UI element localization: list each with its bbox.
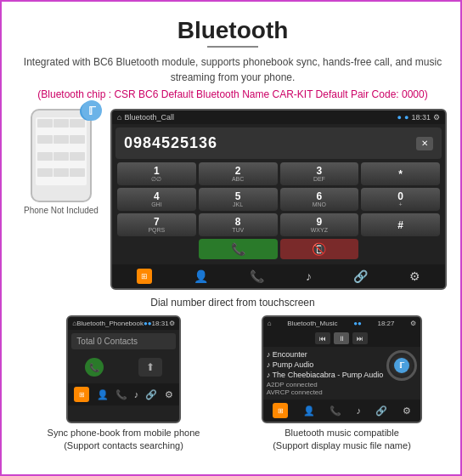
settings-nav-icon[interactable]: ⚙ — [409, 269, 420, 283]
signal-dot2: ● — [404, 113, 408, 122]
page-title: Bluetooth — [177, 17, 289, 44]
key-1[interactable]: 1∅∅ — [117, 162, 196, 185]
dial-header-right: ● ● 18:31 ⚙ — [397, 113, 440, 122]
phonebook-header: ⌂ Bluetooth_Phonebook ●● 18:31 ⚙ — [68, 317, 178, 330]
recent-calls-icon[interactable]: 📞 — [250, 269, 264, 283]
key-hash[interactable]: # — [361, 213, 440, 236]
key-9[interactable]: 9WXYZ — [280, 213, 359, 236]
pb-settings-icon[interactable]: ⚙ — [165, 389, 173, 400]
music-controls: ⏮ ⏸ ⏭ — [263, 330, 420, 347]
music-header: ⌂ Bluetooth_Music ●● 18:27 ⚙ — [263, 317, 420, 330]
music-settings: ⚙ — [410, 320, 416, 327]
music-screen: ⌂ Bluetooth_Music ●● 18:27 ⚙ ⏮ ⏸ ⏭ ♪ Enc… — [262, 315, 422, 423]
home-icon: ⌂ — [117, 113, 121, 122]
phonebook-screen: ⌂ Bluetooth_Phonebook ●● 18:31 ⚙ Total 0… — [66, 315, 180, 423]
title-divider — [207, 46, 258, 48]
main-section: ⬡ ℾ Phone Not Included ⌂ Bluetooth_Call … — [19, 109, 447, 290]
prev-button[interactable]: ⏮ — [315, 332, 330, 344]
phone-key — [70, 152, 85, 161]
play-button[interactable]: ⏸ — [334, 332, 349, 344]
music-nav: ⊞ 👤 📞 ♪ 🔗 ⚙ — [263, 400, 420, 422]
key-6[interactable]: 6MNO — [280, 188, 359, 211]
phone-key — [37, 152, 53, 161]
phonebook-nav: ⊞ 👤 📞 ♪ 🔗 ⚙ — [68, 383, 178, 405]
apps-icon[interactable]: ⊞ — [137, 269, 152, 284]
contacts-nav-icon[interactable]: 👤 — [194, 269, 208, 283]
phonebook-content: Total 0 Contacts 📞 ⬆ — [68, 330, 178, 383]
phone-image — [31, 109, 92, 202]
music-settings-icon[interactable]: ⚙ — [403, 405, 411, 416]
link-icon[interactable]: 🔗 — [353, 269, 368, 283]
dial-number-row: 0984525136 ✕ — [116, 128, 442, 159]
pb-contacts-icon[interactable]: 👤 — [97, 389, 109, 400]
dial-header-left: ⌂ Bluetooth_Call — [117, 113, 174, 122]
pb-music-icon[interactable]: ♪ — [134, 389, 139, 400]
pb-dot: ●● — [144, 320, 152, 327]
music-calls-icon[interactable]: 📞 — [330, 405, 341, 416]
music-status-1: A2DP connected — [267, 381, 383, 388]
key-5[interactable]: 5JKL — [199, 188, 278, 211]
chip-info-text: (Bluetooth chip : CSR BC6 Default Blueto… — [37, 88, 427, 100]
settings-icon: ⚙ — [433, 113, 440, 122]
dial-time: 18:31 — [411, 113, 431, 122]
phone-key — [70, 135, 85, 144]
key-3[interactable]: 3DEF — [280, 162, 359, 185]
dial-header: ⌂ Bluetooth_Call ● ● 18:31 ⚙ — [112, 110, 445, 124]
music-time: 18:27 — [377, 320, 394, 327]
music-info: ♪ Encounter ♪ Pump Audio ♪ The Cheebiaca… — [267, 350, 383, 396]
music-status-2: AVRCP connected — [267, 388, 383, 396]
phonebook-title: Bluetooth_Phonebook — [76, 320, 144, 327]
dial-screen: ⌂ Bluetooth_Call ● ● 18:31 ⚙ 0984525136 … — [110, 109, 447, 290]
phone-key — [54, 152, 69, 161]
track-3: ♪ The Cheebiacabra - Pump Audio — [267, 371, 383, 379]
music-link-icon[interactable]: 🔗 — [375, 405, 387, 416]
pb-time: 18:31 — [152, 320, 169, 327]
bt-signal-icon: ℾ — [82, 100, 102, 121]
phone-label: Phone Not Included — [24, 206, 99, 215]
phone-key — [37, 135, 53, 144]
phone-key — [37, 168, 53, 177]
phone-screen — [36, 117, 87, 185]
music-note-icon[interactable]: ♪ — [356, 405, 361, 416]
phone-key — [54, 135, 69, 144]
phonebook-call-button[interactable]: 📞 — [85, 358, 104, 377]
music-nav-icon[interactable]: ♪ — [306, 269, 312, 283]
signal-dot: ● — [397, 113, 402, 122]
subtitle-text: Integrated with BC6 Bluetooth module, su… — [19, 54, 447, 85]
dial-header-title: Bluetooth_Call — [124, 113, 174, 122]
phone-key — [54, 168, 69, 177]
backspace-button[interactable]: ✕ — [416, 137, 433, 150]
key-0plus[interactable]: 0+ — [361, 188, 440, 211]
phonebook-sync-button[interactable]: ⬆ — [138, 358, 162, 377]
key-star[interactable]: * — [361, 162, 440, 185]
pb-settings: ⚙ — [169, 320, 175, 327]
dial-nav: ⊞ 👤 📞 ♪ 🔗 ⚙ — [112, 264, 445, 288]
key-4[interactable]: 4GHI — [117, 188, 196, 211]
bt-disc-icon: ℾ — [394, 358, 409, 373]
music-col: ⌂ Bluetooth_Music ●● 18:27 ⚙ ⏮ ⏸ ⏭ ♪ Enc… — [237, 315, 447, 453]
end-call-button[interactable]: 📵 — [280, 239, 359, 259]
pb-link-icon[interactable]: 🔗 — [145, 389, 157, 400]
music-contacts-icon[interactable]: 👤 — [303, 405, 315, 416]
phone-key — [70, 168, 85, 177]
music-apps-icon[interactable]: ⊞ — [273, 403, 288, 418]
track-1: ♪ Encounter — [267, 350, 383, 359]
music-dot: ●● — [353, 320, 362, 327]
bottom-pair: ⌂ Bluetooth_Phonebook ●● 18:31 ⚙ Total 0… — [19, 315, 447, 453]
home-icon-music: ⌂ — [268, 320, 272, 327]
key-8[interactable]: 8TUV — [199, 213, 278, 236]
key-2[interactable]: 2ABC — [199, 162, 278, 185]
music-caption: Bluetooth music compatible(Support displ… — [273, 427, 411, 453]
music-disc: ℾ — [386, 350, 417, 381]
next-button[interactable]: ⏭ — [352, 332, 368, 344]
call-button[interactable]: 📞 — [199, 239, 278, 259]
phone-key — [70, 119, 85, 128]
pb-calls-icon[interactable]: 📞 — [116, 389, 127, 400]
keypad: 1∅∅ 2ABC 3DEF * 4GHI 5JKL 6MNO 0+ 7PQRS … — [112, 162, 445, 263]
pb-apps-icon[interactable]: ⊞ — [74, 387, 89, 402]
dial-number: 0984525136 — [124, 134, 217, 152]
music-title: Bluetooth_Music — [287, 320, 337, 327]
phone-side: ⬡ ℾ Phone Not Included — [19, 109, 104, 290]
key-7[interactable]: 7PQRS — [117, 213, 196, 236]
music-content: ♪ Encounter ♪ Pump Audio ♪ The Cheebiaca… — [263, 347, 420, 400]
